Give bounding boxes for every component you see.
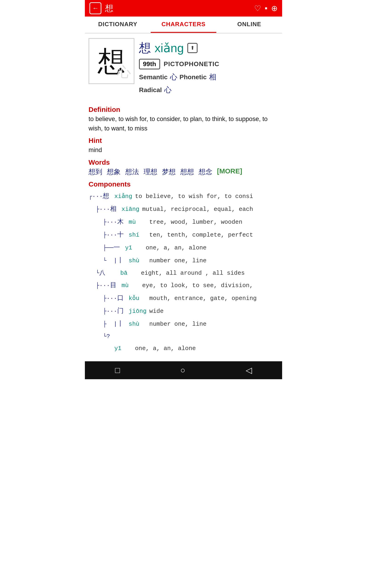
- word-7[interactable]: 想念: [199, 167, 212, 177]
- character-header: 想 心 想 xiǎng ⬆ 99th PICTOPHONETIC Semanti…: [85, 34, 282, 100]
- words-more-button[interactable]: [MORE]: [217, 167, 242, 177]
- radical-char: 心: [164, 85, 172, 95]
- list-item: ├··· 目 mù eye, to look, to see, division…: [89, 279, 278, 292]
- rank-badge: 99th: [139, 59, 160, 69]
- word-1[interactable]: 想到: [89, 167, 102, 177]
- word-6[interactable]: 想想: [180, 167, 194, 177]
- components-title: Components: [89, 180, 278, 188]
- radical-label: Radical: [139, 86, 162, 94]
- character-image-box: 想 心: [89, 38, 134, 84]
- list-item: yī one, a, an, alone: [89, 342, 278, 355]
- word-3[interactable]: 想法: [125, 167, 139, 177]
- semantic-phonetic-row: Semantic 心 Phonetic 相: [139, 72, 219, 82]
- semantic-char: 心: [170, 72, 177, 82]
- word-5[interactable]: 梦想: [162, 167, 176, 177]
- character-hanzi: 想: [139, 40, 151, 56]
- list-item: ├ | 丨 shù number one, line: [89, 318, 278, 330]
- top-bar: ← 想 ♡ ▪ ⊕: [85, 0, 282, 17]
- main-content: Definition to believe, to wish for, to c…: [85, 100, 282, 357]
- bottom-nav: □ ○ ◁: [85, 361, 282, 379]
- list-item: └ | 丨 shù number one, line: [89, 254, 278, 267]
- radical-row: Radical 心: [139, 85, 219, 95]
- type-label: PICTOPHONETIC: [164, 61, 219, 68]
- list-item: ├── 一 yī one, a, an, alone: [89, 242, 278, 254]
- phonetic-char: 相: [209, 72, 216, 82]
- list-item: ├··· 相 xiāng mutual, reciprocal, equal, …: [89, 203, 278, 216]
- nav-square-icon[interactable]: □: [115, 365, 120, 375]
- list-item: ├··· 十 shí ten, tenth, complete, perfect: [89, 229, 278, 242]
- back-button[interactable]: ←: [90, 2, 101, 14]
- tab-dictionary[interactable]: DICTIONARY: [85, 17, 151, 33]
- globe-icon[interactable]: ⊕: [271, 4, 277, 13]
- tab-characters[interactable]: CHARACTERS: [151, 17, 217, 33]
- character-pinyin: xiǎng: [155, 41, 184, 55]
- list-item: ├··· 门 jiōng wide: [89, 305, 278, 318]
- word-4[interactable]: 理想: [144, 167, 157, 177]
- words-title: Words: [89, 158, 278, 166]
- list-item: └?: [89, 330, 278, 342]
- definition-text: to believe, to wish for, to consider, to…: [89, 114, 278, 133]
- heart-icon[interactable]: ♡: [254, 4, 261, 13]
- nav-triangle-icon[interactable]: ◁: [246, 365, 252, 375]
- character-shadow: 心: [117, 63, 131, 82]
- tab-bar: DICTIONARY CHARACTERS ONLINE: [85, 17, 282, 34]
- character-rank-row: 99th PICTOPHONETIC: [139, 59, 219, 69]
- top-icons: ♡ ▪ ⊕: [254, 4, 277, 13]
- word-2[interactable]: 想象: [107, 167, 121, 177]
- character-info: 想 xiǎng ⬆ 99th PICTOPHONETIC Semantic 心 …: [139, 38, 219, 95]
- top-title: 想: [105, 3, 113, 14]
- tab-online[interactable]: ONLINE: [216, 17, 282, 33]
- words-row: 想到 想象 想法 理想 梦想 想想 想念 [MORE]: [89, 167, 278, 177]
- definition-title: Definition: [89, 106, 278, 113]
- list-item: ├··· 木 mù tree, wood, lumber, wooden: [89, 216, 278, 229]
- top-bar-left: ← 想: [90, 2, 113, 14]
- share-button[interactable]: ⬆: [187, 43, 198, 53]
- components-list: ┌··· 想 xiǎng to believe, to wish for, to…: [89, 190, 278, 355]
- nav-circle-icon[interactable]: ○: [180, 365, 185, 375]
- list-item: └八 bā eight, all around , all sides: [89, 267, 278, 279]
- list-item: ├··· 口 kǒu mouth, entrance, gate, openin…: [89, 292, 278, 305]
- semantic-label: Semantic: [139, 73, 168, 81]
- character-name-row: 想 xiǎng ⬆: [139, 40, 219, 56]
- hint-title: Hint: [89, 137, 278, 145]
- phonetic-label: Phonetic: [180, 73, 207, 81]
- list-item: ┌··· 想 xiǎng to believe, to wish for, to…: [89, 190, 278, 203]
- image-icon[interactable]: ▪: [265, 4, 267, 13]
- hint-text: mind: [89, 145, 278, 155]
